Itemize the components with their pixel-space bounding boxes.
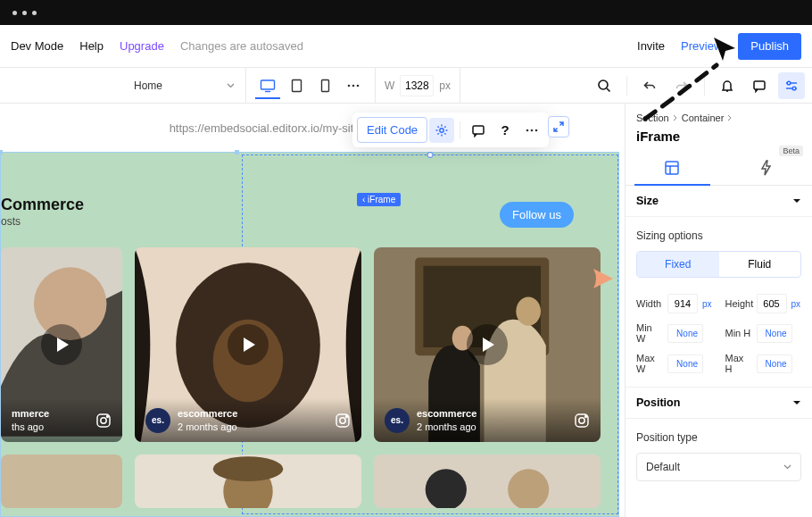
feed-tile[interactable]: es. escommerce2 months ago [374,247,601,442]
sizing-mode-segmented: Fixed Fluid [636,251,801,278]
width-label: W [385,79,394,92]
instagram-icon [335,413,351,429]
edit-code-button[interactable]: Edit Code [357,117,427,143]
more-devices-button[interactable] [341,73,366,98]
feed-tile[interactable] [374,454,601,508]
element-settings-button[interactable] [429,118,454,143]
tile-author: mmerce [12,407,49,420]
svg-point-13 [531,129,534,131]
undo-icon [642,79,657,93]
gear-icon [435,123,449,138]
page-dropdown-label: Home [134,79,162,92]
tile-time: ths ago [12,421,49,433]
upgrade-link[interactable]: Upgrade [120,39,164,53]
height-unit[interactable]: px [791,299,801,309]
svg-point-10 [440,128,443,131]
tab-design[interactable] [626,151,719,185]
sizing-fluid-option[interactable]: Fluid [719,252,801,277]
tile-overlay: mmerceths ago [1,398,122,442]
invite-link[interactable]: Invite [637,39,665,53]
page-dropdown[interactable]: Home [123,68,246,103]
maxh-input[interactable]: None [757,354,792,373]
help-link[interactable]: Help [79,39,104,53]
svg-point-12 [526,129,529,131]
instagram-icon [574,413,590,429]
size-section: Sizing options Fixed Fluid Widthpx Heigh… [626,217,812,388]
resize-handle-top[interactable] [427,152,434,158]
width-input[interactable] [667,294,698,313]
element-more-button[interactable] [519,118,544,143]
size-header-label: Size [636,195,659,207]
minh-input[interactable]: None [757,324,792,343]
inspector-tabs: Beta [626,151,812,186]
expand-element-button[interactable] [548,116,569,138]
publish-button[interactable]: Publish [738,33,801,60]
comment-icon [752,79,766,93]
maxw-label: Max W [636,353,663,374]
play-icon [228,324,269,365]
avatar: es. [145,408,170,433]
element-comment-button[interactable] [466,118,491,143]
width-unit[interactable]: px [702,299,712,309]
tile-image [135,454,361,508]
feed-tile[interactable] [135,454,361,508]
breadcrumb: Section Container [626,104,812,127]
preview-link[interactable]: Preview [681,39,722,53]
svg-point-9 [792,87,796,90]
svg-rect-1 [292,79,301,91]
comments-button[interactable] [746,72,773,99]
traffic-light-dot [32,11,37,15]
svg-rect-34 [1,454,122,508]
height-input[interactable] [757,294,787,313]
feed-tile[interactable] [1,454,122,508]
tablet-device-button[interactable] [284,73,309,98]
tile-author: escommerce [178,407,237,420]
breadcrumb-item[interactable]: Section [636,113,669,123]
element-help-button[interactable]: ? [493,118,518,143]
svg-rect-0 [261,80,275,89]
tab-interactions[interactable]: Beta [719,151,813,185]
feed-subtitle: osts [1,215,21,228]
element-tag-label[interactable]: ‹ iFrame [357,193,401,206]
desktop-device-button[interactable] [255,73,280,98]
breadcrumb-item[interactable]: Container [682,113,725,123]
maxw-input[interactable]: None [667,354,703,373]
window-titlebar [0,0,812,25]
svg-point-24 [340,418,345,423]
bell-icon [720,79,734,93]
position-section-header[interactable]: Position [626,388,812,419]
svg-point-4 [352,84,355,87]
position-section: Position type Default [626,419,812,494]
minw-input[interactable]: None [667,324,703,343]
undo-button[interactable] [636,72,663,99]
chevron-down-icon [792,198,801,204]
size-section-header[interactable]: Size [626,186,812,217]
comment-icon [471,123,485,138]
canvas-stage[interactable]: Commerce osts Follow us ‹ iFrame mmercet… [0,152,619,517]
svg-point-3 [348,84,351,87]
sizing-fixed-option[interactable]: Fixed [637,252,719,277]
notifications-button[interactable] [714,72,741,99]
feed-tile[interactable]: es. escommerce2 months ago [135,247,361,442]
mobile-device-button[interactable] [312,73,337,98]
svg-point-19 [107,415,109,417]
redo-button[interactable] [668,72,695,99]
chevron-right-icon [673,114,678,121]
svg-point-29 [516,296,541,325]
search-button[interactable] [591,72,617,99]
layout-icon [664,160,680,176]
svg-point-33 [585,415,587,417]
devmode-link[interactable]: Dev Mode [11,39,63,53]
mobile-icon [320,79,330,93]
inspector-toggle-button[interactable] [778,72,805,99]
tile-overlay: es. escommerce2 months ago [135,398,361,442]
position-type-select[interactable]: Default [636,453,801,481]
width-label: Width [636,298,663,309]
feed-tile[interactable]: mmerceths ago [1,247,122,442]
avatar: es. [385,408,410,433]
canvas-width-input[interactable] [400,75,434,96]
canvas-area: https://embedsocial.editorx.io/my-site C… [0,104,625,517]
tile-image [374,454,601,508]
position-type-value: Default [646,461,680,473]
tile-overlay: es. escommerce2 months ago [374,398,601,442]
